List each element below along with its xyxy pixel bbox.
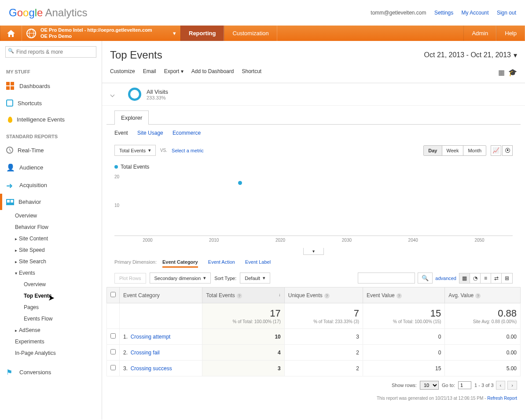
sidebar-intelligence[interactable]: Intelligence Events bbox=[0, 111, 102, 128]
x-tick: 2000 bbox=[143, 238, 152, 243]
date-range-selector[interactable]: Oct 21, 2013 - Oct 21, 2013▾ bbox=[424, 51, 517, 59]
col-unique-events[interactable]: Unique Events? bbox=[284, 287, 363, 303]
category-link[interactable]: Crossing success bbox=[131, 365, 172, 372]
sidebar-acquisition[interactable]: ➜Acquisition bbox=[0, 176, 102, 194]
sub-site-search[interactable]: Site Search bbox=[0, 256, 102, 267]
row-checkbox[interactable] bbox=[110, 333, 116, 339]
add-dashboard-button[interactable]: Add to Dashboard bbox=[191, 68, 234, 77]
property-name: OE Pro Demo Intel - http://oepro.getleve… bbox=[40, 27, 152, 33]
sidebar-conversions[interactable]: ⚑Conversions bbox=[0, 363, 102, 381]
sub-events-overview[interactable]: Overview bbox=[0, 279, 102, 290]
sub-site-content[interactable]: Site Content bbox=[0, 233, 102, 244]
data-point[interactable] bbox=[238, 181, 242, 185]
primary-dim-label: Primary Dimension: bbox=[114, 259, 157, 265]
sub-events[interactable]: Events bbox=[0, 267, 102, 279]
help-icon[interactable]: ? bbox=[237, 293, 242, 298]
col-category[interactable]: Event Category bbox=[120, 287, 202, 303]
sidebar-realtime[interactable]: Real-Time bbox=[0, 142, 102, 158]
motion-chart-icon[interactable]: ⦿ bbox=[502, 145, 513, 156]
sub-events-flow[interactable]: Events Flow bbox=[0, 313, 102, 324]
search-input[interactable] bbox=[5, 46, 96, 58]
dim-event-action[interactable]: Event Action bbox=[208, 259, 235, 265]
property-selector[interactable]: OE Pro Demo Intel - http://oepro.getleve… bbox=[22, 26, 180, 41]
sub-experiments[interactable]: Experiments bbox=[0, 336, 102, 347]
admin-tab[interactable]: Admin bbox=[463, 26, 496, 41]
graduation-icon[interactable]: 🎓 bbox=[508, 68, 517, 77]
metric-selector[interactable]: Total Events ▾ bbox=[114, 145, 156, 156]
dim-event-label[interactable]: Event Label bbox=[245, 259, 271, 265]
top-bar: GoogleAnalytics tomm@getlevelten.com Set… bbox=[0, 0, 525, 26]
table-search-button[interactable]: 🔍 bbox=[418, 273, 433, 284]
my-account-link[interactable]: My Account bbox=[462, 10, 489, 16]
content-area: Top Events Oct 21, 2013 - Oct 21, 2013▾ … bbox=[102, 41, 525, 420]
line-chart-icon[interactable]: 📈 bbox=[491, 145, 501, 156]
home-button[interactable] bbox=[0, 26, 22, 41]
sidebar-shortcuts[interactable]: Shortcuts bbox=[0, 95, 102, 111]
sort-type-label: Sort Type: bbox=[214, 276, 236, 281]
sub-site-speed[interactable]: Site Speed bbox=[0, 244, 102, 256]
expand-segments[interactable]: ⌵ bbox=[110, 89, 115, 99]
export-button[interactable]: Export ▾ bbox=[164, 68, 184, 77]
secondary-dimension[interactable]: Secondary dimension ▾ bbox=[150, 273, 211, 284]
week-toggle[interactable]: Week bbox=[442, 146, 464, 155]
site-usage-subtab[interactable]: Site Usage bbox=[137, 130, 163, 136]
sort-arrow-icon: ↓ bbox=[279, 292, 281, 297]
prev-page-button[interactable]: ‹ bbox=[496, 381, 506, 390]
comparison-view-icon[interactable]: ⇄ bbox=[491, 273, 502, 283]
select-all-checkbox[interactable] bbox=[110, 292, 116, 297]
sub-inpage[interactable]: In-Page Analytics bbox=[0, 347, 102, 359]
category-link[interactable]: Crossing fail bbox=[131, 350, 160, 356]
user-email: tomm@getlevelten.com bbox=[371, 10, 426, 16]
col-event-value[interactable]: Event Value? bbox=[363, 287, 444, 303]
row-checkbox[interactable] bbox=[110, 349, 116, 354]
y-tick-10: 10 bbox=[114, 203, 119, 208]
refresh-report-link[interactable]: Refresh Report bbox=[487, 396, 517, 401]
shortcut-button[interactable]: Shortcut bbox=[242, 68, 261, 77]
grid-icon[interactable]: ▦ bbox=[498, 68, 505, 77]
bulb-icon bbox=[8, 117, 12, 123]
segment-name: All Visits bbox=[147, 88, 168, 95]
help-icon[interactable]: ? bbox=[475, 293, 481, 298]
chart-expand-handle[interactable]: ▾ bbox=[303, 248, 324, 255]
row-checkbox[interactable] bbox=[110, 365, 116, 370]
explorer-tab[interactable]: Explorer bbox=[114, 111, 149, 125]
event-subtab[interactable]: Event bbox=[114, 130, 128, 136]
help-tab[interactable]: Help bbox=[496, 26, 525, 41]
table-search-input[interactable] bbox=[358, 273, 415, 284]
dim-event-category[interactable]: Event Category bbox=[162, 259, 198, 268]
sub-events-pages[interactable]: Pages bbox=[0, 302, 102, 313]
sidebar-dashboards[interactable]: Dashboards bbox=[0, 77, 102, 95]
sub-behavior-flow[interactable]: Behavior Flow bbox=[0, 221, 102, 233]
col-avg-value[interactable]: Avg. Value? bbox=[445, 287, 521, 303]
sidebar-audience[interactable]: Audience bbox=[0, 158, 102, 176]
help-icon[interactable]: ? bbox=[397, 293, 402, 298]
day-toggle[interactable]: Day bbox=[424, 146, 442, 155]
sub-top-events[interactable]: Top Events ➤ bbox=[0, 290, 102, 302]
sort-type-select[interactable]: Default ▾ bbox=[240, 273, 270, 284]
reporting-tab[interactable]: Reporting bbox=[180, 26, 224, 41]
pie-view-icon[interactable]: ◔ bbox=[470, 273, 481, 283]
globe-icon bbox=[26, 29, 36, 38]
advanced-link[interactable]: advanced bbox=[435, 276, 456, 281]
select-metric-link[interactable]: Select a metric bbox=[172, 148, 204, 153]
sidebar-behavior[interactable]: Behavior bbox=[0, 194, 102, 210]
help-icon[interactable]: ? bbox=[324, 293, 330, 298]
sub-overview[interactable]: Overview bbox=[0, 210, 102, 221]
next-page-button[interactable]: › bbox=[507, 381, 517, 390]
sign-out-link[interactable]: Sign out bbox=[497, 10, 516, 16]
month-toggle[interactable]: Month bbox=[463, 146, 486, 155]
settings-link[interactable]: Settings bbox=[434, 10, 453, 16]
col-total-events[interactable]: Total Events?↓ bbox=[202, 287, 284, 303]
rows-select[interactable]: 10 bbox=[420, 381, 439, 390]
ecommerce-subtab[interactable]: Ecommerce bbox=[173, 130, 201, 136]
table-view-icon[interactable]: ▦ bbox=[459, 273, 470, 283]
goto-input[interactable] bbox=[458, 381, 471, 389]
category-link[interactable]: Crossing attempt bbox=[131, 334, 171, 340]
bar-view-icon[interactable]: ≡ bbox=[481, 273, 491, 283]
sub-adsense[interactable]: AdSense bbox=[0, 324, 102, 336]
customize-button[interactable]: Customize bbox=[110, 68, 135, 77]
chevron-down-icon: ▾ bbox=[514, 51, 517, 59]
email-button[interactable]: Email bbox=[143, 68, 156, 77]
pivot-view-icon[interactable]: ⊞ bbox=[502, 273, 512, 283]
customization-tab[interactable]: Customization bbox=[224, 26, 277, 41]
